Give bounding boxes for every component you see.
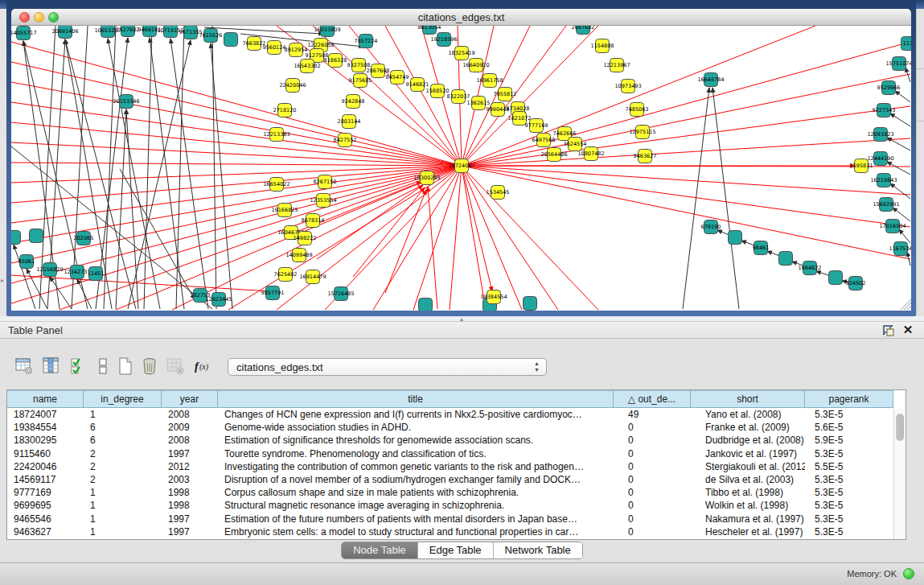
network-node[interactable]: 19218596 <box>430 33 457 47</box>
network-edge[interactable] <box>428 187 437 309</box>
table-row[interactable]: 2242004622012Investigating the contribut… <box>7 460 906 473</box>
table-settings-icon[interactable] <box>14 356 35 377</box>
network-node[interactable]: 9857791 <box>261 286 285 300</box>
network-node[interactable]: 679190 <box>701 220 721 234</box>
network-node[interactable]: 111 <box>901 37 912 51</box>
network-node[interactable]: 8678314 <box>302 214 325 228</box>
network-edge[interactable] <box>108 39 160 309</box>
network-node[interactable]: 11451 <box>88 267 105 281</box>
network-edge[interactable] <box>11 102 462 166</box>
network-node[interactable]: 8267150 <box>314 175 337 189</box>
scrollbar-thumb[interactable] <box>896 414 904 441</box>
network-edge[interactable] <box>104 26 116 309</box>
network-node[interactable]: 7955812 <box>494 88 517 101</box>
network-node[interactable]: 18325419 <box>448 47 474 60</box>
network-node[interactable] <box>419 299 433 311</box>
network-edge[interactable] <box>895 91 910 102</box>
network-node[interactable] <box>524 297 537 311</box>
network-node[interactable]: 1694822 <box>799 262 822 275</box>
network-node[interactable]: 20153346 <box>113 95 139 109</box>
network-edge[interactable] <box>713 88 739 309</box>
table-select-dropdown[interactable]: citations_edges.txt ▲▼ <box>228 358 547 376</box>
network-node[interactable] <box>11 231 21 245</box>
network-edge[interactable] <box>683 88 709 309</box>
network-node[interactable]: 1154808 <box>591 39 614 53</box>
network-node[interactable]: 7615526 <box>199 29 223 43</box>
network-edge[interactable] <box>11 163 462 166</box>
trash-icon[interactable] <box>140 356 161 377</box>
network-node[interactable]: 19166825 <box>271 204 298 217</box>
network-edge[interactable] <box>462 42 910 166</box>
new-file-icon[interactable] <box>116 356 137 377</box>
table-row[interactable]: 1456911722003Disruption of a novel membe… <box>7 473 906 486</box>
network-edge[interactable] <box>462 166 910 259</box>
network-node[interactable]: 6497568 <box>532 134 556 147</box>
network-node[interactable]: 16914479 <box>299 270 326 284</box>
network-node[interactable]: 2803144 <box>338 115 361 129</box>
table-row[interactable]: 946362711997Embryonic stem cells: a mode… <box>7 525 906 538</box>
network-canvas[interactable]: 1405571720691406106532871527602946616110… <box>11 26 911 311</box>
table-row[interactable]: 1938455462009Genome-wide association stu… <box>7 421 906 434</box>
network-node[interactable]: 10973493 <box>614 80 641 93</box>
network-node[interactable]: 16640910 <box>462 59 489 72</box>
network-edge[interactable] <box>462 166 558 310</box>
network-node[interactable]: 16210643 <box>870 174 897 187</box>
network-node[interactable]: 8912954 <box>285 43 308 57</box>
window-titlebar[interactable]: citations_edges.txt <box>11 9 911 26</box>
network-node[interactable]: 1527602 <box>117 26 140 37</box>
network-node[interactable]: 9560124 <box>263 41 286 55</box>
table-columns-icon[interactable] <box>42 356 63 377</box>
network-node[interactable]: 1534545 <box>487 186 510 200</box>
network-node[interactable]: 16033809 <box>314 26 340 37</box>
close-panel-icon[interactable]: ✕ <box>901 323 914 337</box>
resize-grip[interactable] <box>901 299 911 310</box>
network-node[interactable]: 85061 <box>18 255 35 269</box>
network-edge[interactable] <box>413 166 462 310</box>
table-row[interactable]: 1872400712008Changes of HCN gene express… <box>7 408 906 421</box>
network-node[interactable]: 16648784 <box>697 73 724 87</box>
panel-collapse-arrow[interactable]: ▸ <box>1 277 6 285</box>
network-node[interactable]: 17016504 <box>879 220 906 233</box>
network-edge[interactable] <box>128 40 191 309</box>
column-header-pagerank[interactable]: pagerank <box>805 390 893 408</box>
network-node[interactable]: 12342737 <box>64 266 90 279</box>
network-edge[interactable] <box>150 38 184 309</box>
network-node[interactable]: 9175685 <box>349 74 372 88</box>
network-node[interactable]: 1588520 <box>426 84 450 98</box>
network-node[interactable]: 8427552 <box>334 134 357 147</box>
network-edge[interactable] <box>887 138 910 150</box>
network-edge[interactable] <box>450 166 462 310</box>
network-edge[interactable] <box>11 122 462 166</box>
table-row[interactable]: 977716911998Corpus callosum shape and si… <box>7 486 906 499</box>
network-edge[interactable] <box>77 279 92 309</box>
column-header-title[interactable]: title <box>218 390 614 408</box>
attribute-table[interactable]: namein_degreeyeartitle△ out_de...shortpa… <box>6 389 906 540</box>
network-node[interactable]: 15692991 <box>873 198 899 212</box>
network-node[interactable]: 9242848 <box>342 95 365 109</box>
network-edge[interactable] <box>11 82 462 166</box>
table-row[interactable]: 911546021997Tourette syndrome. Phenomeno… <box>7 447 906 460</box>
column-header-name[interactable]: name <box>7 390 84 408</box>
network-edge[interactable] <box>50 277 72 309</box>
table-row[interactable]: 969969511998Structural magnetic resonanc… <box>7 499 906 512</box>
network-edge[interactable] <box>887 162 910 175</box>
rows-icon[interactable] <box>93 356 114 377</box>
network-node[interactable]: 8813054 <box>418 26 441 35</box>
network-node[interactable]: 98461 <box>753 241 770 255</box>
network-node[interactable]: 16654022 <box>263 178 290 192</box>
network-node[interactable]: 12156829 <box>36 263 63 277</box>
network-edge[interactable] <box>144 26 152 309</box>
network-node[interactable]: 15751074 <box>885 57 911 71</box>
network-node[interactable]: 20691406 <box>51 26 78 39</box>
float-panel-icon[interactable] <box>882 324 895 337</box>
network-edge[interactable] <box>385 190 426 293</box>
column-header-short[interactable]: short <box>691 390 805 408</box>
network-edge[interactable] <box>317 185 423 259</box>
network-node[interactable] <box>224 33 238 47</box>
network-edge[interactable] <box>899 229 910 243</box>
network-node[interactable] <box>729 231 742 245</box>
network-node[interactable]: 924502 <box>846 277 866 290</box>
network-node[interactable]: 14055717 <box>11 27 37 40</box>
network-node[interactable]: 9463627 <box>634 150 657 163</box>
network-edge[interactable] <box>11 42 462 166</box>
